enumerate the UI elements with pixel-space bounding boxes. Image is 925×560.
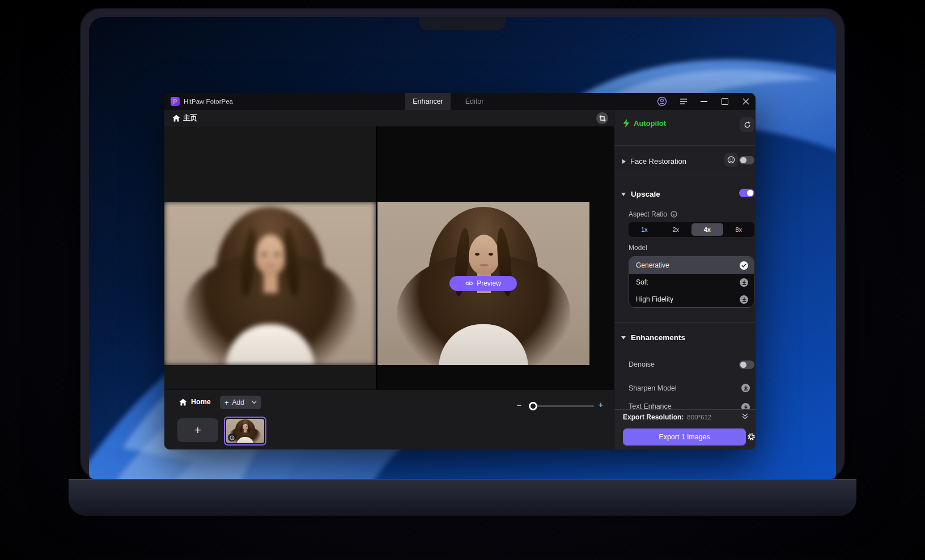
face-restoration-label: Face Restoration [630, 157, 686, 166]
app-window: P HitPaw FotorPea Enhancer Editor [164, 93, 756, 449]
info-icon[interactable] [671, 211, 677, 218]
account-icon [657, 96, 667, 107]
face-restoration-section[interactable]: Face Restoration [622, 157, 686, 166]
settings-panel: Autopilot Face Restoration Upscale [614, 110, 756, 449]
close-icon [742, 98, 749, 105]
divider [614, 145, 756, 146]
aspect-ratio-row: Aspect Ratio [629, 210, 677, 218]
scale-segmented-control: 1x 2x 4x 8x [629, 222, 754, 237]
clock-icon [230, 435, 235, 440]
toolbar: 主页 [164, 110, 614, 126]
account-button[interactable] [652, 93, 672, 110]
laptop-base [69, 479, 856, 516]
scale-4x-button[interactable]: 4x [691, 223, 723, 236]
model-option-generative[interactable]: Generative [629, 257, 754, 274]
titlebar: P HitPaw FotorPea Enhancer Editor [164, 93, 756, 110]
autopilot-header[interactable]: Autopilot [623, 119, 666, 128]
crop-button[interactable] [596, 112, 608, 124]
add-image-tile[interactable]: + [177, 418, 218, 442]
denoise-label: Denoise [629, 360, 655, 368]
zoom-slider-track[interactable] [533, 405, 594, 407]
breadcrumb[interactable]: 主页 [183, 110, 197, 126]
aspect-ratio-label: Aspect Ratio [629, 210, 667, 218]
export-resolution-value: 800*612 [687, 414, 711, 421]
upscale-label: Upscale [631, 190, 660, 198]
image-thumbnail[interactable] [224, 417, 266, 446]
download-icon[interactable] [741, 384, 750, 392]
history-badge [228, 434, 236, 442]
scale-1x-button[interactable]: 1x [629, 222, 660, 237]
face-emoji-button[interactable] [724, 153, 738, 167]
export-resolution-label: Export Resolution: [623, 413, 684, 421]
preview-label: Preview [477, 279, 501, 287]
divider [614, 322, 756, 323]
divider [248, 399, 248, 406]
maximize-icon [722, 98, 728, 105]
desktop: P HitPaw FotorPea Enhancer Editor [0, 0, 925, 560]
tab-enhancer[interactable]: Enhancer [405, 93, 451, 110]
minimize-icon [701, 101, 707, 102]
double-chevron-icon[interactable] [741, 413, 749, 420]
home-icon [172, 114, 180, 122]
menu-button[interactable] [674, 93, 693, 110]
bottom-bar: Home + Add − + + [164, 389, 614, 449]
model-list: Generative Soft High Fidelity [629, 256, 754, 308]
scale-8x-button[interactable]: 8x [723, 222, 755, 237]
home-button[interactable]: Home [179, 398, 211, 406]
home-label: Home [191, 398, 211, 406]
face-restoration-toggle[interactable] [739, 156, 754, 164]
download-icon [740, 278, 748, 287]
minimize-button[interactable] [694, 93, 714, 110]
sharpen-model-label: Sharpen Model [629, 384, 677, 392]
enhancements-section[interactable]: Enhancements [621, 333, 685, 342]
tab-editor[interactable]: Editor [451, 93, 498, 110]
reset-button[interactable] [740, 117, 754, 132]
settings-gear-icon[interactable] [747, 432, 756, 441]
maximize-button[interactable] [715, 93, 735, 110]
export-button[interactable]: Export 1 images [623, 429, 746, 446]
divider [614, 176, 756, 176]
caret-right-icon [622, 159, 626, 164]
upscale-toggle[interactable] [739, 189, 754, 197]
plus-icon: + [224, 398, 229, 407]
autopilot-label: Autopilot [634, 119, 666, 128]
zoom-slider-knob[interactable] [529, 402, 537, 410]
eye-icon [465, 281, 473, 286]
add-label: Add [232, 398, 244, 406]
close-button[interactable] [736, 93, 756, 110]
plus-icon: + [194, 423, 201, 437]
model-option-high-fidelity[interactable]: High Fidelity [629, 291, 754, 308]
crop-icon [599, 115, 606, 122]
add-button[interactable]: + Add [220, 396, 261, 409]
compare-canvas: Preview Before [164, 126, 614, 389]
caret-down-icon [621, 336, 626, 340]
preview-button[interactable]: Preview [449, 276, 517, 291]
chevron-down-icon[interactable] [252, 401, 257, 404]
zoom-in-button[interactable]: + [595, 400, 606, 409]
enhancements-label: Enhancements [631, 333, 685, 342]
export-resolution-row: Export Resolution: 800*612 [623, 413, 711, 421]
lightning-icon [623, 119, 630, 128]
smiley-icon [727, 156, 735, 164]
menu-icon [680, 98, 688, 105]
scale-2x-button[interactable]: 2x [660, 222, 692, 237]
export-footer: Export Resolution: 800*612 Export 1 imag… [614, 409, 756, 449]
app-title: HitPaw FotorPea [184, 93, 233, 110]
download-icon [740, 295, 748, 304]
denoise-toggle[interactable] [739, 360, 754, 369]
before-image [164, 202, 376, 365]
check-icon [740, 261, 748, 270]
model-label: Model [629, 244, 647, 252]
upscale-section[interactable]: Upscale [621, 190, 660, 198]
laptop-screen: P HitPaw FotorPea Enhancer Editor [89, 17, 836, 479]
zoom-out-button[interactable]: − [514, 400, 525, 410]
caret-down-icon [621, 193, 626, 196]
refresh-icon [744, 121, 751, 129]
app-logo-icon: P [171, 97, 180, 106]
home-icon [179, 398, 187, 406]
model-option-soft[interactable]: Soft [629, 274, 754, 291]
camera-notch [419, 17, 506, 30]
